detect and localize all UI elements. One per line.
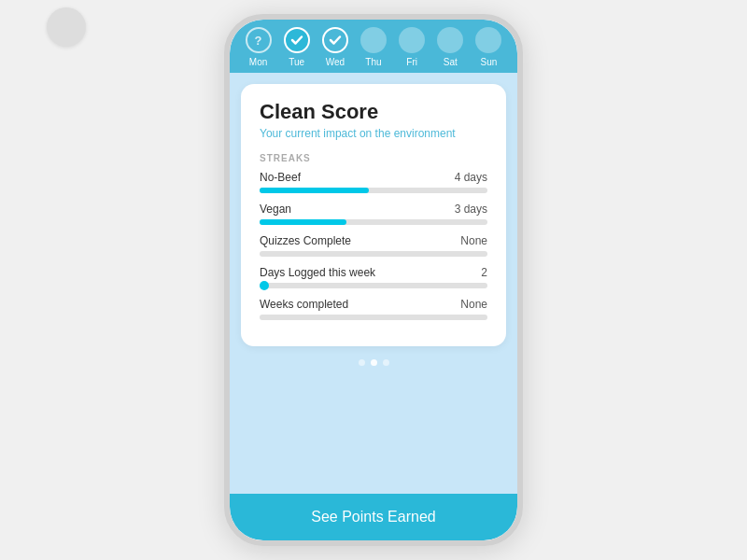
dot-3 (383, 359, 389, 366)
card-subtitle: Your current impact on the environment (260, 127, 487, 140)
day-item-wed[interactable]: Wed (322, 27, 348, 67)
day-circle-sat (437, 27, 463, 53)
day-item-fri[interactable]: Fri (399, 27, 425, 67)
streak-row-weeks: Weeks completed None (260, 298, 487, 320)
streak-name-1: Vegan (260, 203, 291, 216)
clean-score-card: Clean Score Your current impact on the e… (241, 84, 506, 346)
see-points-earned-button[interactable]: See Points Earned (230, 494, 517, 540)
streak-value-3: 2 (481, 266, 487, 279)
progress-track-2 (260, 251, 487, 257)
pagination (359, 359, 389, 366)
dot-2 (371, 359, 377, 366)
day-label-wed: Wed (326, 57, 345, 67)
progress-track-4 (260, 315, 487, 320)
day-label-sat: Sat (444, 57, 458, 67)
day-circle-sun (475, 27, 501, 53)
day-item-sat[interactable]: Sat (437, 27, 463, 67)
streak-row-no-beef: No-Beef 4 days (260, 171, 487, 193)
streak-value-4: None (460, 298, 487, 311)
streak-value-2: None (460, 234, 487, 247)
main-content: Clean Score Your current impact on the e… (230, 73, 517, 494)
streak-name-3: Days Logged this week (260, 266, 375, 279)
avatar (47, 7, 86, 47)
day-label-thu: Thu (365, 57, 381, 67)
day-circle-wed (322, 27, 348, 53)
streak-name-4: Weeks completed (260, 298, 348, 311)
streak-name-2: Quizzes Complete (260, 234, 351, 247)
day-item-thu[interactable]: Thu (360, 27, 387, 67)
day-circle-thu (360, 27, 387, 53)
streak-name-0: No-Beef (260, 171, 301, 184)
progress-fill-0 (260, 188, 369, 193)
streak-row-quizzes: Quizzes Complete None (260, 234, 487, 257)
day-circle-tue (284, 27, 310, 53)
day-circle-fri (399, 27, 425, 53)
progress-fill-3 (260, 281, 269, 290)
progress-track-3 (260, 283, 487, 288)
day-circle-mon: ? (246, 27, 272, 53)
day-item-mon[interactable]: ? Mon (246, 27, 272, 67)
streak-row-vegan: Vegan 3 days (260, 203, 487, 225)
day-item-tue[interactable]: Tue (284, 27, 310, 67)
streak-value-0: 4 days (455, 171, 487, 184)
day-label-mon: Mon (249, 57, 267, 67)
progress-track-0 (260, 188, 487, 193)
dot-1 (359, 359, 365, 366)
phone-screen: ? Mon Tue Wed Thu (230, 20, 517, 540)
day-label-tue: Tue (289, 57, 304, 67)
progress-fill-1 (260, 219, 346, 225)
phone-frame: ? Mon Tue Wed Thu (224, 14, 523, 546)
streak-row-days-logged: Days Logged this week 2 (260, 266, 487, 288)
day-nav-bar: ? Mon Tue Wed Thu (230, 20, 517, 73)
streak-value-1: 3 days (455, 203, 487, 216)
day-label-sun: Sun (481, 57, 498, 67)
card-title: Clean Score (260, 101, 487, 123)
progress-track-1 (260, 219, 487, 225)
side-button (521, 141, 523, 188)
streaks-label: STREAKS (260, 153, 487, 163)
day-item-sun[interactable]: Sun (475, 27, 501, 67)
day-label-fri: Fri (406, 57, 417, 67)
